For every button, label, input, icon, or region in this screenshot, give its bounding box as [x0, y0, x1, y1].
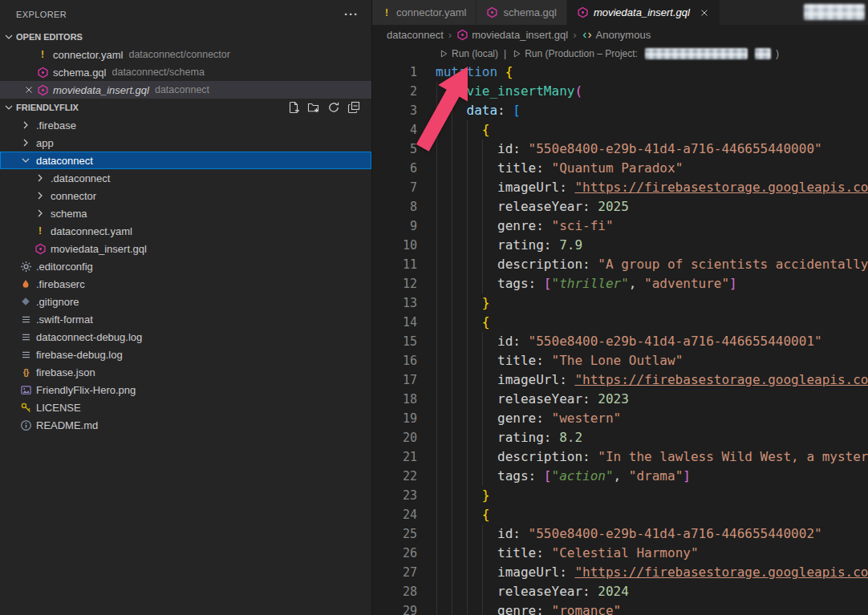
code-line[interactable]: 27 imageUrl: "https://firebasestorage.go… — [372, 563, 868, 582]
project-section-header[interactable]: FRIENDLYFLIX — [0, 99, 371, 116]
tree-item-label: connector — [51, 190, 96, 202]
code-token: rating — [497, 430, 544, 445]
code-line[interactable]: 12 tags: ["thriller", "adventure"] — [372, 274, 868, 293]
breadcrumb-item[interactable]: dataconnect — [387, 29, 444, 41]
code-line[interactable]: 5 id: "550e8400-e29b-41d4-a716-446655440… — [372, 140, 868, 159]
code-line[interactable]: 21 description: "In the lawless Wild Wes… — [372, 447, 868, 467]
open-editor-item[interactable]: moviedata_insert.gqldataconnect — [0, 81, 371, 99]
code-token: "550e8400-e29b-41d4-a716-446655440002" — [529, 526, 822, 541]
editor-area: !connector.yamlschema.gqlmoviedata_inser… — [372, 0, 868, 615]
collapse-all-icon[interactable] — [347, 101, 360, 114]
open-editor-label: connector.yaml — [53, 49, 123, 61]
close-icon[interactable] — [22, 83, 35, 96]
code-line[interactable]: 2 movie_insertMany( — [372, 82, 868, 101]
code-line[interactable]: 11 description: "A group of scientists a… — [372, 255, 868, 274]
tree-item-label: moviedata_insert.gql — [51, 243, 147, 255]
code-token: tags — [497, 468, 529, 484]
tree-item-gitignore[interactable]: .gitignore — [0, 293, 371, 310]
open-editor-item[interactable]: !connector.yamldataconnect/connector — [0, 46, 371, 63]
line-number: 15 — [372, 332, 417, 351]
code-token: data — [467, 103, 498, 118]
code-line[interactable]: 26 title: "Celestial Harmony" — [372, 544, 868, 563]
refresh-icon[interactable] — [327, 101, 340, 114]
code-line[interactable]: 17 imageUrl: "https://firebasestorage.go… — [372, 370, 868, 390]
open-editor-path: dataconnect/connector — [128, 49, 229, 60]
tree-item-editorconfig[interactable]: .editorconfig — [0, 257, 371, 275]
code-line[interactable]: 16 title: "The Lone Outlaw" — [372, 351, 868, 370]
code-line[interactable]: 28 releaseYear: 2024 — [372, 582, 868, 601]
tree-item-readme-md[interactable]: README.md — [0, 416, 371, 434]
tree-item-firebase-json[interactable]: {}firebase.json — [0, 363, 371, 381]
tree-item-dataconnect[interactable]: .dataconnect — [0, 169, 371, 187]
code-token: : — [529, 468, 544, 484]
code-line[interactable]: 24 { — [372, 505, 868, 524]
tree-item-firebase-debug-log[interactable]: firebase-debug.log — [0, 346, 371, 363]
line-number: 6 — [372, 159, 417, 178]
code-line[interactable]: 14 { — [372, 313, 868, 332]
tab-schema-gql[interactable]: schema.gql — [477, 0, 566, 25]
code-token: ] — [729, 276, 737, 291]
code-lines: 1mutation {2 movie_insertMany(3 data: [4… — [372, 63, 868, 615]
code-token: "thriller" — [552, 276, 629, 291]
new-folder-icon[interactable] — [307, 101, 320, 114]
tree-item-dataconnect-yaml[interactable]: !dataconnect.yaml — [0, 222, 371, 240]
code-line-content: tags: ["action", "drama"] — [417, 467, 691, 486]
code-token — [436, 103, 467, 118]
close-icon[interactable] — [699, 7, 710, 18]
code-line[interactable]: 8 releaseYear: 2025 — [372, 197, 868, 216]
line-number: 14 — [372, 313, 417, 332]
line-number: 10 — [372, 236, 417, 255]
code-token: 2023 — [598, 391, 629, 407]
code-token: description — [497, 449, 582, 464]
tree-item-dataconnect[interactable]: dataconnect — [0, 152, 371, 169]
code-line[interactable]: 1mutation { — [372, 63, 868, 82]
code-line[interactable]: 15 id: "550e8400-e29b-41d4-a716-44665544… — [372, 332, 868, 351]
code-line-content: title: "Celestial Harmony" — [417, 544, 699, 563]
line-number: 19 — [372, 409, 417, 428]
tree-item-swift-format[interactable]: .swift-format — [0, 310, 371, 328]
tree-item-firebase[interactable]: .firebase — [0, 116, 371, 134]
breadcrumb-item[interactable]: moviedata_insert.gql — [456, 29, 568, 41]
open-editors-header[interactable]: OPEN EDITORS — [0, 28, 371, 46]
code-line[interactable]: 7 imageUrl: "https://firebasestorage.goo… — [372, 178, 868, 197]
code-line[interactable]: 20 rating: 8.2 — [372, 428, 868, 447]
run-production-button[interactable]: Run (Production – Project: ) — [512, 48, 779, 59]
code-line-content: { — [417, 313, 489, 332]
breadcrumb-item[interactable]: Anonymous — [582, 29, 651, 41]
tree-item-app[interactable]: app — [0, 134, 371, 152]
tree-item-firebaserc[interactable]: .firebaserc — [0, 275, 371, 293]
open-editor-item[interactable]: schema.gqldataconnect/schema — [0, 63, 371, 81]
tree-item-dataconnect-debug-log[interactable]: dataconnect-debug.log — [0, 328, 371, 346]
tree-item-schema[interactable]: schema — [0, 204, 371, 222]
run-local-button[interactable]: Run (local) — [439, 48, 498, 59]
code-line[interactable]: 3 data: [ — [372, 101, 868, 120]
tabs: !connector.yamlschema.gqlmoviedata_inser… — [372, 0, 720, 25]
code-line[interactable]: 9 genre: "sci-fi" — [372, 216, 868, 236]
code-line[interactable]: 13 } — [372, 293, 868, 313]
code-line[interactable]: 18 releaseYear: 2023 — [372, 390, 868, 409]
more-actions-icon[interactable]: ··· — [344, 10, 359, 18]
tree-item-license[interactable]: LICENSE — [0, 399, 371, 416]
chevron-right-icon — [19, 119, 32, 131]
code-token: : — [582, 391, 598, 407]
code-token: { — [482, 122, 490, 137]
tree-item-friendlyflix-hero-png[interactable]: FriendlyFlix-Hero.png — [0, 381, 371, 399]
tab-connector-yaml[interactable]: !connector.yaml — [372, 0, 477, 25]
code-line[interactable]: 10 rating: 7.9 — [372, 236, 868, 255]
tab-moviedata-insert-gql[interactable]: moviedata_insert.gql — [567, 0, 720, 25]
code-line[interactable]: 4 { — [372, 120, 868, 140]
chevron-right-icon — [34, 207, 47, 220]
tree-item-connector[interactable]: connector — [0, 187, 371, 204]
new-file-icon[interactable] — [287, 101, 300, 114]
code-line[interactable]: 29 genre: "romance" — [372, 601, 868, 615]
code-line[interactable]: 19 genre: "western" — [372, 409, 868, 428]
code-line[interactable]: 23 } — [372, 486, 868, 505]
code-line[interactable]: 6 title: "Quantum Paradox" — [372, 159, 868, 178]
code-editor[interactable]: 1mutation {2 movie_insertMany(3 data: [4… — [372, 63, 868, 615]
tree-item-moviedata-insert-gql[interactable]: moviedata_insert.gql — [0, 240, 371, 257]
code-line[interactable]: 22 tags: ["action", "drama"] — [372, 467, 868, 486]
code-line[interactable]: 25 id: "550e8400-e29b-41d4-a716-44665544… — [372, 524, 868, 544]
tree-item-label: LICENSE — [36, 402, 81, 414]
code-token: [ — [513, 103, 521, 118]
code-token: : — [536, 353, 551, 368]
